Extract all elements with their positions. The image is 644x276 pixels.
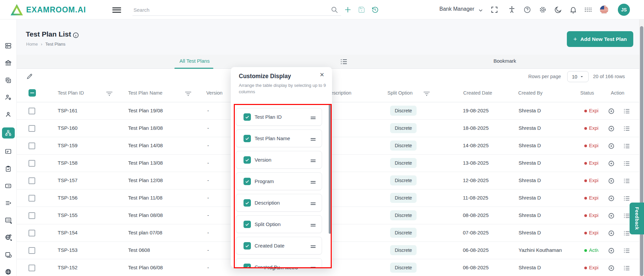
popup-column-item[interactable]: Version <box>236 151 322 169</box>
chevron-down-icon[interactable] <box>478 7 484 13</box>
sidebar-item-bank[interactable] <box>2 59 14 67</box>
col-action[interactable]: Action <box>611 90 624 96</box>
checked-checkbox[interactable] <box>244 135 251 142</box>
dark-mode-moon-icon[interactable] <box>554 6 562 14</box>
select-all-checkbox[interactable] <box>29 89 36 97</box>
info-icon[interactable] <box>72 32 79 39</box>
view-eye-icon[interactable] <box>608 125 615 132</box>
checked-checkbox[interactable] <box>244 199 251 207</box>
row-checkbox[interactable] <box>29 177 35 184</box>
row-checkbox[interactable] <box>29 143 35 149</box>
customize-display-icon[interactable] <box>340 58 348 66</box>
user-avatar[interactable]: JS <box>618 4 630 16</box>
add-new-test-plan-button[interactable]: + Add New Test Plan <box>567 31 633 47</box>
row-checkbox[interactable] <box>29 125 35 132</box>
popup-column-item[interactable]: Description <box>236 194 322 212</box>
row-actions-icon[interactable] <box>623 195 630 202</box>
row-actions-icon[interactable] <box>623 125 630 132</box>
sidebar-item-card[interactable] <box>2 147 14 156</box>
col-version[interactable]: Version <box>206 90 222 96</box>
checked-checkbox[interactable] <box>244 242 251 250</box>
popup-column-item[interactable]: Created By <box>236 258 322 268</box>
col-status[interactable]: Status <box>580 90 594 96</box>
popup-column-item[interactable]: Program <box>236 172 322 190</box>
checked-checkbox[interactable] <box>244 156 251 164</box>
row-checkbox[interactable] <box>29 212 35 219</box>
sidebar-item-user[interactable] <box>2 110 14 119</box>
menu-icon[interactable] <box>112 6 121 13</box>
filter-icon[interactable] <box>185 91 192 97</box>
checked-checkbox[interactable] <box>244 264 251 268</box>
view-eye-icon[interactable] <box>608 160 615 167</box>
view-eye-icon[interactable] <box>608 212 615 219</box>
breadcrumb-home[interactable]: Home <box>26 42 38 47</box>
search-icon[interactable] <box>330 6 338 14</box>
row-actions-icon[interactable] <box>623 230 630 237</box>
role-selector[interactable]: Bank Manager <box>439 6 474 12</box>
drag-handle-icon[interactable] <box>311 137 316 142</box>
sidebar-item-scoreboard[interactable] <box>2 182 14 190</box>
drag-handle-icon[interactable] <box>311 115 316 120</box>
filter-icon[interactable] <box>106 91 113 97</box>
checked-checkbox[interactable] <box>244 178 251 185</box>
rows-per-page-select[interactable]: 10 <box>567 71 589 82</box>
row-checkbox[interactable] <box>29 108 35 114</box>
save-icon[interactable] <box>358 6 366 14</box>
apps-grid-icon[interactable] <box>584 6 592 14</box>
row-checkbox[interactable] <box>29 247 35 254</box>
sidebar-item-servers[interactable] <box>2 42 14 50</box>
view-eye-icon[interactable] <box>608 265 615 272</box>
row-checkbox[interactable] <box>29 230 35 236</box>
row-actions-icon[interactable] <box>623 177 630 184</box>
accessibility-icon[interactable] <box>508 6 516 14</box>
row-checkbox[interactable] <box>29 195 35 202</box>
view-eye-icon[interactable] <box>608 143 615 150</box>
drag-handle-icon[interactable] <box>311 266 316 268</box>
view-eye-icon[interactable] <box>608 247 615 254</box>
notifications-bell-icon[interactable] <box>569 6 577 14</box>
sidebar-item-database[interactable] <box>2 251 14 259</box>
row-checkbox[interactable] <box>29 160 35 167</box>
close-icon[interactable]: × <box>318 70 326 79</box>
sidebar-item-copy-plus[interactable] <box>2 76 14 84</box>
row-actions-icon[interactable] <box>623 160 630 167</box>
row-actions-icon[interactable] <box>623 247 630 254</box>
edit-pencil-icon[interactable] <box>26 73 33 80</box>
drag-handle-icon[interactable] <box>311 223 316 228</box>
add-icon[interactable] <box>344 6 352 14</box>
popup-column-item[interactable]: Test Plan Name <box>236 129 322 147</box>
checked-checkbox[interactable] <box>244 221 251 228</box>
drag-handle-icon[interactable] <box>311 201 316 206</box>
view-eye-icon[interactable] <box>608 108 615 115</box>
col-test-plan-name[interactable]: Test Plan Name <box>128 90 162 96</box>
popup-column-item[interactable]: Split Option <box>236 215 322 233</box>
page-scrollbar-thumb[interactable] <box>640 26 643 276</box>
popup-scrollbar[interactable] <box>329 104 331 234</box>
sidebar-item-list-details[interactable] <box>2 216 14 224</box>
popup-column-item[interactable]: Created Date <box>236 237 322 255</box>
view-eye-icon[interactable] <box>608 177 615 184</box>
sidebar-item-globe[interactable] <box>2 268 14 276</box>
fullscreen-icon[interactable] <box>490 6 498 14</box>
row-actions-icon[interactable] <box>623 108 630 115</box>
row-actions-icon[interactable] <box>623 143 630 150</box>
sidebar-item-list-collapse[interactable] <box>2 199 14 207</box>
col-split-option[interactable]: Split Option <box>387 90 413 96</box>
search-input[interactable] <box>133 5 331 15</box>
history-icon[interactable] <box>371 6 379 14</box>
row-actions-icon[interactable] <box>623 265 630 272</box>
tab-bookmark[interactable]: Bookmark <box>471 58 538 64</box>
sidebar-item-globe-settings[interactable] <box>2 233 14 241</box>
view-eye-icon[interactable] <box>608 230 615 237</box>
filter-icon[interactable] <box>423 91 430 97</box>
row-actions-icon[interactable] <box>623 212 630 219</box>
help-icon[interactable] <box>523 6 531 14</box>
language-flag-icon[interactable] <box>600 5 608 14</box>
col-created-by[interactable]: Created By <box>518 90 543 96</box>
drag-handle-icon[interactable] <box>311 158 316 163</box>
popup-column-item[interactable]: Test Plan ID <box>236 108 322 126</box>
checked-checkbox[interactable] <box>244 113 251 121</box>
row-checkbox[interactable] <box>29 265 35 271</box>
drag-handle-icon[interactable] <box>311 244 316 249</box>
settings-gear-icon[interactable] <box>539 6 547 14</box>
